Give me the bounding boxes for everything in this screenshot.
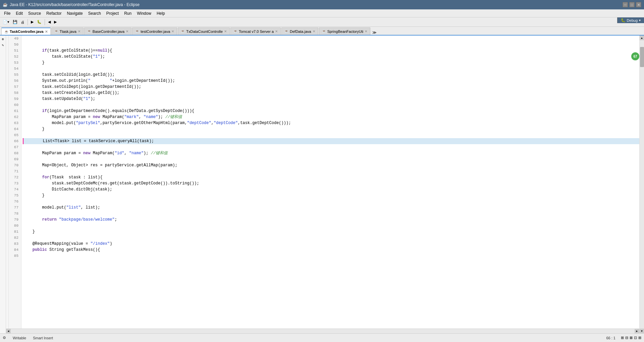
tab-4[interactable]: ☕TxDataCountControlle✕: [178, 27, 230, 35]
code-line-51: if(task.getColState()==null){: [23, 48, 639, 54]
marker-gutter: [6, 36, 9, 333]
h-scroll-track[interactable]: [11, 329, 635, 334]
line-num-73: 73: [9, 180, 20, 186]
tab-label-1: Ttask.java: [60, 30, 76, 34]
tab-0[interactable]: ☕TaskController.java✕: [1, 27, 51, 35]
tab-close-6[interactable]: ✕: [313, 30, 315, 33]
line-num-53: 53: [9, 60, 20, 66]
tab-icon-0: ☕: [4, 30, 8, 34]
menu-item-help[interactable]: Help: [154, 9, 168, 17]
code-line-58: task.setCreateId(login.getId());: [23, 90, 639, 96]
code-line-49: [23, 36, 639, 42]
code-line-80: [23, 223, 639, 229]
line-num-54: 54: [9, 66, 20, 72]
menu-item-refactor[interactable]: Refactor: [44, 9, 64, 17]
menu-item-navigate[interactable]: Navigate: [64, 9, 85, 17]
tab-close-2[interactable]: ✕: [126, 30, 128, 33]
toolbar-debug[interactable]: 🐛: [36, 18, 43, 26]
code-line-53: }: [23, 60, 639, 66]
line-num-82: 82: [9, 235, 20, 241]
perspective-icon: 🐛: [621, 18, 626, 22]
code-line-79: return "backpage/base/welcome";: [23, 217, 639, 223]
tab-close-7[interactable]: ✕: [365, 30, 367, 33]
toolbar-save[interactable]: 💾: [11, 18, 19, 26]
menu-item-window[interactable]: Window: [134, 9, 154, 17]
menu-item-edit[interactable]: Edit: [13, 9, 25, 17]
tab-6[interactable]: ☕DefData.java✕: [281, 27, 318, 35]
tab-icon-1: ☕: [54, 30, 58, 33]
code-editor[interactable]: if(task.getColState()==null){ task.setCo…: [21, 36, 639, 333]
tab-close-3[interactable]: ✕: [171, 30, 174, 33]
scroll-up-arrow[interactable]: ▲: [640, 36, 644, 40]
code-line-81: }: [23, 229, 639, 235]
code-line-50: [23, 42, 639, 48]
code-line-66: List<Ttask> list = taskService.queryAll(…: [23, 138, 639, 144]
tab-close-5[interactable]: ✕: [275, 30, 278, 33]
close-button[interactable]: ✕: [636, 2, 641, 7]
sidebar-bookmark-icon[interactable]: ⊕: [1, 37, 5, 42]
toolbar-print[interactable]: 🖨: [19, 18, 26, 26]
scroll-thumb[interactable]: [640, 47, 644, 67]
line-num-80: 80: [9, 223, 20, 229]
tab-icon-2: ☕: [87, 30, 91, 33]
line-num-50: 50: [9, 42, 20, 48]
tab-7[interactable]: ☕SpringBeanFactoryUti✕: [319, 27, 371, 35]
line-num-66: 66: [9, 138, 20, 144]
tab-3[interactable]: ☕testController.java✕: [132, 27, 177, 35]
line-num-74: 74: [9, 186, 20, 192]
scroll-down-arrow[interactable]: ▼: [640, 329, 644, 333]
toolbar-run[interactable]: ▶: [30, 18, 35, 26]
line-num-55: 55: [9, 72, 20, 78]
menu-item-run[interactable]: Run: [121, 9, 134, 17]
perspective-menu-icon[interactable]: ▾: [639, 18, 641, 22]
toolbar-new[interactable]: 📄▾: [1, 18, 11, 26]
tab-label-5: Tomcat v7.0 Server a: [239, 30, 274, 34]
code-line-70: Map<Object, Object> res = partyService.g…: [23, 162, 639, 168]
sidebar-tasks-icon[interactable]: ✎: [1, 43, 5, 48]
tab-close-1[interactable]: ✕: [78, 30, 80, 33]
tab-close-4[interactable]: ✕: [224, 30, 227, 33]
tab-close-0[interactable]: ✕: [45, 30, 48, 34]
code-line-85: [23, 253, 639, 259]
tab-icon-7: ☕: [322, 30, 326, 33]
vertical-scrollbar[interactable]: ▲ ▼: [639, 36, 644, 333]
line-num-69: 69: [9, 156, 20, 162]
line-num-85: 85: [9, 253, 20, 259]
menu-item-source[interactable]: Source: [25, 9, 44, 17]
tab-1[interactable]: ☕Ttask.java✕: [51, 27, 84, 35]
status-icon: ⚙: [3, 336, 6, 340]
tab-5[interactable]: ☕Tomcat v7.0 Server a✕: [230, 27, 281, 35]
menu-item-project[interactable]: Project: [104, 9, 121, 17]
code-line-56: System.out.println(" "+login.getDepartme…: [23, 78, 639, 84]
toolbar-forward[interactable]: ▶: [53, 18, 58, 26]
line-num-70: 70: [9, 162, 20, 168]
code-line-64: }: [23, 126, 639, 132]
code-line-76: [23, 198, 639, 205]
toolbar: 📄▾ 💾 🖨 ▶ 🐛 ◀ ▶: [0, 17, 644, 27]
toolbar-back[interactable]: ◀: [47, 18, 52, 26]
line-num-84: 84: [9, 247, 20, 253]
status-position: 66 : 1: [606, 336, 615, 340]
tab-2[interactable]: ☕BaseController.java✕: [84, 27, 131, 35]
line-num-76: 76: [9, 198, 20, 205]
tab-overflow-button[interactable]: ≫: [371, 27, 378, 35]
maximize-button[interactable]: □: [629, 2, 635, 7]
line-num-79: 79: [9, 217, 20, 223]
scroll-left-arrow[interactable]: ◀: [6, 329, 11, 334]
line-num-62: 62: [9, 114, 20, 120]
minimize-button[interactable]: ─: [623, 2, 628, 7]
code-line-68: MapParam param = new MapParam("id", "nam…: [23, 150, 639, 156]
code-line-83: @RequestMapping(value = "/index"): [23, 241, 639, 247]
code-line-60: [23, 102, 639, 108]
line-num-59: 59: [9, 96, 20, 102]
line-num-60: 60: [9, 102, 20, 108]
scroll-track[interactable]: [640, 40, 644, 329]
title-bar: ☕ Java EE - K12/src/com/back/base/contro…: [0, 0, 644, 9]
horizontal-scrollbar[interactable]: ◀ ▶: [6, 329, 639, 333]
menu-item-file[interactable]: File: [1, 9, 13, 17]
tab-label-3: testController.java: [141, 30, 170, 34]
line-num-56: 56: [9, 78, 20, 84]
scroll-right-arrow[interactable]: ▶: [635, 329, 639, 334]
menu-bar: FileEditSourceRefactorNavigateSearchProj…: [0, 9, 644, 17]
menu-item-search[interactable]: Search: [86, 9, 104, 17]
